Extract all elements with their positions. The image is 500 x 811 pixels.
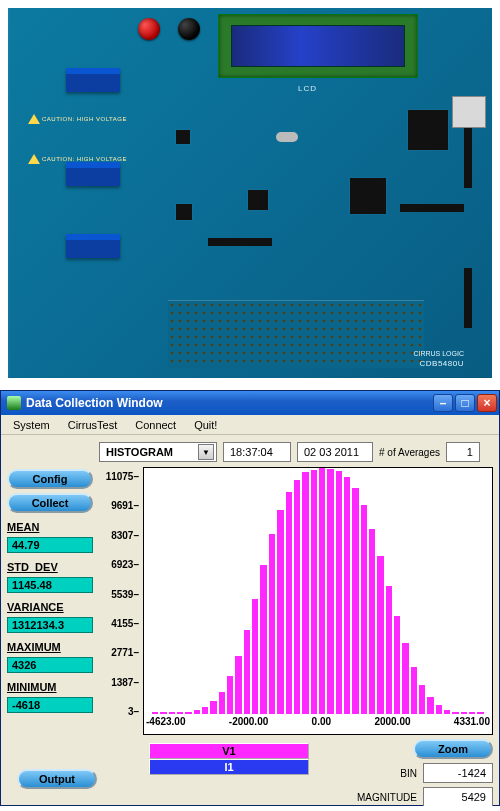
pcb-photo: LCD CAUTION: HIGH VOLTAGE CAUTION: HIGH … xyxy=(0,0,500,386)
plot-area[interactable]: -4623.00-2000.000.002000.004331.00 xyxy=(143,467,493,735)
chevron-down-icon: ▼ xyxy=(198,444,214,460)
y-tick-label: 9691– xyxy=(99,500,139,511)
stat-mean-label: MEAN xyxy=(7,521,93,533)
menu-connect[interactable]: Connect xyxy=(127,417,184,433)
histogram-bar xyxy=(461,712,467,714)
pin-header-icon xyxy=(464,128,472,188)
minimize-button[interactable]: – xyxy=(433,394,453,412)
histogram-bar xyxy=(235,656,241,714)
lcd-silkscreen-label: LCD xyxy=(298,84,317,93)
app-icon xyxy=(7,396,21,410)
output-button[interactable]: Output xyxy=(17,769,97,789)
pin-header-icon xyxy=(464,268,472,328)
histogram-bar xyxy=(152,712,158,714)
histogram-bar xyxy=(202,707,208,714)
histogram-bar xyxy=(394,616,400,714)
zoom-button[interactable]: Zoom xyxy=(413,739,493,759)
collect-button[interactable]: Collect xyxy=(7,493,93,513)
histogram-bar xyxy=(319,468,325,714)
mode-dropdown[interactable]: HISTOGRAM ▼ xyxy=(99,442,217,462)
bin-label: BIN xyxy=(400,768,417,779)
binding-post-black-icon xyxy=(178,18,200,40)
channel-v1-button[interactable]: V1 xyxy=(149,743,309,759)
stat-var-value: 1312134.3 xyxy=(7,617,93,633)
histogram-bar xyxy=(361,505,367,714)
x-tick-label: 4331.00 xyxy=(454,716,490,732)
ic-chip-icon xyxy=(176,204,192,220)
binding-post-red-icon xyxy=(138,18,160,40)
x-tick-label: 2000.00 xyxy=(374,716,410,732)
menu-bar: System CirrusTest Connect Quit! xyxy=(1,415,499,435)
histogram-bar xyxy=(419,685,425,714)
histogram-bar xyxy=(444,710,450,714)
close-button[interactable]: × xyxy=(477,394,497,412)
magnitude-label: MAGNITUDE xyxy=(357,792,417,803)
histogram-bar xyxy=(327,469,333,714)
histogram-bar xyxy=(260,565,266,714)
histogram-bar xyxy=(427,697,433,714)
warning-triangle-icon xyxy=(28,154,40,164)
pin-header-icon xyxy=(208,238,272,246)
menu-system[interactable]: System xyxy=(5,417,58,433)
y-tick-label: 8307– xyxy=(99,530,139,541)
high-voltage-label: CAUTION: HIGH VOLTAGE xyxy=(42,116,127,122)
histogram-bar xyxy=(210,701,216,714)
x-tick-label: -4623.00 xyxy=(146,716,185,732)
board-silkscreen: CIRRUS LOGIC CDB5480U xyxy=(413,350,464,368)
histogram-bar xyxy=(160,712,166,714)
histogram-bar xyxy=(286,492,292,714)
histogram-bars xyxy=(144,468,492,714)
maximize-icon: □ xyxy=(461,396,468,410)
menu-quit[interactable]: Quit! xyxy=(186,417,225,433)
histogram-plot[interactable]: 11075–9691–8307–6923–5539–4155–2771–1387… xyxy=(99,467,493,735)
stat-max-label: MAXIMUM xyxy=(7,641,93,653)
bottom-panel: V1 I1 Zoom BIN -1424 MAGNITUDE 5429 xyxy=(99,739,493,799)
ic-chip-icon xyxy=(408,110,448,150)
sidebar: Config Collect MEAN 44.79 STD_DEV 1145.4… xyxy=(7,441,93,799)
histogram-bar xyxy=(477,712,483,714)
histogram-bar xyxy=(336,471,342,714)
y-tick-label: 2771– xyxy=(99,647,139,658)
histogram-bar xyxy=(194,710,200,714)
histogram-bar xyxy=(369,529,375,714)
stat-min-label: MINIMUM xyxy=(7,681,93,693)
lcd-module-icon xyxy=(218,14,418,78)
mode-dropdown-value: HISTOGRAM xyxy=(106,446,173,458)
histogram-bar xyxy=(177,712,183,714)
histogram-bar xyxy=(169,712,175,714)
avg-input[interactable]: 1 xyxy=(446,442,480,462)
stat-std-label: STD_DEV xyxy=(7,561,93,573)
stat-var-label: VARIANCE xyxy=(7,601,93,613)
stat-mean-value: 44.79 xyxy=(7,537,93,553)
brand-label: CIRRUS LOGIC xyxy=(413,350,464,357)
bin-value: -1424 xyxy=(423,763,493,783)
ic-chip-icon xyxy=(350,178,386,214)
y-tick-label: 5539– xyxy=(99,589,139,600)
histogram-bar xyxy=(219,692,225,714)
y-tick-label: 4155– xyxy=(99,618,139,629)
pin-header-icon xyxy=(400,204,464,212)
window-titlebar[interactable]: Data Collection Window – □ × xyxy=(1,391,499,415)
channel-i1-button[interactable]: I1 xyxy=(149,759,309,775)
y-tick-label: 3– xyxy=(99,706,139,717)
time-field[interactable]: 18:37:04 xyxy=(223,442,291,462)
histogram-bar xyxy=(244,630,250,714)
plot-y-axis: 11075–9691–8307–6923–5539–4155–2771–1387… xyxy=(99,467,143,735)
menu-cirrustest[interactable]: CirrusTest xyxy=(60,417,126,433)
terminal-block-icon xyxy=(66,234,120,258)
channel-legend: V1 I1 xyxy=(149,743,309,775)
ic-chip-icon xyxy=(248,190,268,210)
window-title: Data Collection Window xyxy=(26,396,163,410)
x-tick-label: -2000.00 xyxy=(229,716,268,732)
date-field[interactable]: 02 03 2011 xyxy=(297,442,373,462)
usb-connector-icon xyxy=(452,96,486,128)
y-tick-label: 1387– xyxy=(99,677,139,688)
stat-min-value: -4618 xyxy=(7,697,93,713)
lcd-screen-icon xyxy=(231,25,405,67)
config-button[interactable]: Config xyxy=(7,469,93,489)
histogram-bar xyxy=(252,599,258,715)
histogram-bar xyxy=(269,534,275,714)
prototyping-area-icon xyxy=(168,300,424,368)
maximize-button[interactable]: □ xyxy=(455,394,475,412)
magnitude-value: 5429 xyxy=(423,787,493,806)
